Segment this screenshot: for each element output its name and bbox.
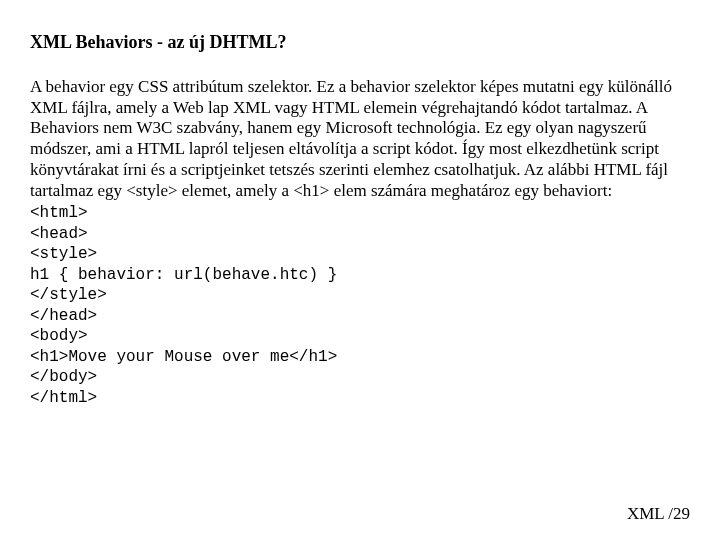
code-example: <html> <head> <style> h1 { behavior: url… — [30, 203, 690, 408]
slide-page: XML Behaviors - az új DHTML? A behavior … — [0, 0, 720, 540]
slide-title: XML Behaviors - az új DHTML? — [30, 32, 690, 53]
slide-body-text: A behavior egy CSS attribútum szelektor.… — [30, 77, 690, 201]
slide-footer: XML /29 — [627, 504, 690, 524]
